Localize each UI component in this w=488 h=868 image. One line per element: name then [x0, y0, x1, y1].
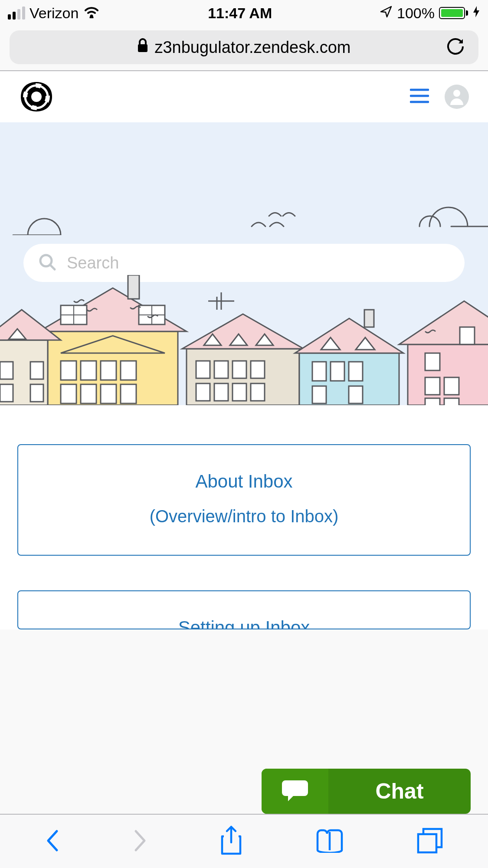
category-card-about-inbox[interactable]: About Inbox (Overview/intro to Inbox) — [17, 444, 471, 556]
hero-banner — [0, 122, 488, 405]
svg-rect-49 — [444, 377, 459, 395]
reload-icon[interactable] — [446, 37, 465, 57]
category-card-setting-up-inbox[interactable]: Setting up Inbox — [17, 590, 471, 629]
url-text: z3nbugulator.zendesk.com — [154, 38, 350, 57]
chat-widget[interactable]: Chat — [262, 769, 471, 814]
svg-rect-25 — [233, 361, 246, 378]
svg-rect-19 — [101, 384, 116, 403]
svg-rect-16 — [121, 361, 136, 380]
cell-signal-icon — [8, 7, 25, 20]
back-icon[interactable] — [45, 828, 60, 855]
share-icon[interactable] — [219, 825, 243, 858]
chat-bubble-icon — [282, 779, 308, 804]
hamburger-menu-icon[interactable] — [410, 88, 429, 105]
townscape-icon — [0, 275, 488, 405]
svg-marker-35 — [295, 318, 403, 353]
carrier-label: Verizon — [29, 5, 79, 22]
svg-rect-46 — [425, 353, 440, 370]
search-input[interactable] — [67, 254, 450, 272]
svg-rect-1 — [138, 44, 147, 52]
svg-point-0 — [90, 14, 93, 17]
svg-rect-27 — [196, 383, 210, 401]
search-icon — [38, 253, 56, 273]
svg-rect-51 — [444, 398, 459, 405]
svg-rect-29 — [233, 383, 246, 401]
sky-decor-icon — [0, 122, 488, 235]
card-title: Setting up Inbox — [27, 617, 461, 629]
browser-url-bar-area: z3nbugulator.zendesk.com — [0, 26, 488, 70]
bookmarks-icon[interactable] — [315, 829, 344, 855]
forward-icon — [132, 828, 148, 855]
svg-rect-20 — [121, 384, 136, 403]
browser-toolbar — [0, 815, 488, 868]
svg-rect-44 — [408, 344, 488, 405]
site-logo-icon[interactable] — [19, 81, 54, 112]
svg-rect-24 — [214, 361, 228, 378]
svg-rect-54 — [0, 362, 13, 379]
tabs-icon[interactable] — [416, 827, 443, 856]
svg-rect-40 — [312, 386, 326, 403]
svg-rect-18 — [81, 384, 96, 403]
svg-rect-61 — [418, 834, 436, 852]
lock-icon — [137, 38, 148, 57]
svg-rect-39 — [349, 362, 363, 381]
svg-rect-41 — [349, 386, 363, 403]
svg-point-3 — [31, 92, 42, 102]
charging-icon — [472, 5, 480, 22]
svg-rect-57 — [30, 384, 43, 402]
site-header — [0, 71, 488, 122]
wifi-icon — [83, 5, 100, 22]
url-bar[interactable]: z3nbugulator.zendesk.com — [10, 30, 478, 64]
status-time: 11:47 AM — [208, 5, 272, 22]
svg-rect-50 — [425, 398, 440, 405]
svg-rect-48 — [425, 377, 440, 395]
battery-icon — [439, 7, 468, 19]
svg-rect-23 — [196, 361, 210, 378]
svg-rect-55 — [30, 362, 43, 379]
svg-rect-30 — [251, 383, 265, 401]
svg-rect-38 — [331, 362, 344, 381]
svg-rect-9 — [128, 275, 139, 299]
svg-rect-47 — [460, 327, 475, 344]
svg-rect-14 — [81, 361, 96, 380]
content-area: About Inbox (Overview/intro to Inbox) Se… — [0, 405, 488, 629]
svg-rect-15 — [101, 361, 116, 380]
chat-label: Chat — [328, 779, 471, 804]
card-title: About Inbox — [27, 471, 461, 492]
card-subtitle: (Overview/intro to Inbox) — [27, 507, 461, 526]
location-icon — [380, 5, 393, 22]
svg-point-5 — [453, 90, 460, 97]
svg-rect-13 — [61, 361, 76, 380]
ios-status-bar: Verizon 11:47 AM 100% — [0, 0, 488, 26]
battery-percent: 100% — [397, 5, 435, 22]
svg-rect-36 — [364, 310, 374, 327]
svg-rect-56 — [0, 384, 13, 402]
svg-rect-26 — [251, 361, 265, 378]
svg-rect-37 — [312, 362, 326, 381]
svg-rect-17 — [61, 384, 76, 403]
svg-rect-28 — [214, 383, 228, 401]
avatar-icon[interactable] — [445, 85, 469, 109]
